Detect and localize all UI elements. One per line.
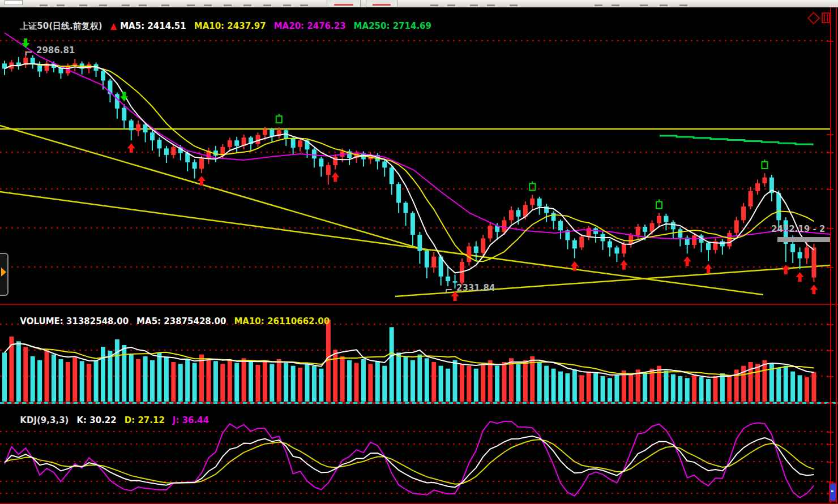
up-arrow-icon: ▲ (110, 21, 117, 31)
toolbar-item-cutoff[interactable] (79, 5, 87, 6)
main-chart-panel[interactable]: 上证50(日线.前复权)▲MA5: 2414.51MA10: 2437.97MA… (0, 7, 838, 304)
volume-ma5-label: MA5: 23875428.00 (136, 316, 226, 326)
kdj-panel-separator[interactable] (0, 402, 838, 404)
toolbar-white-box[interactable] (5, 0, 23, 5)
axis-tick (827, 41, 833, 42)
ma250-label: MA250: 2714.69 (354, 21, 431, 31)
toolbar-item-cutoff[interactable] (447, 5, 455, 6)
trendline-price-label: 2472.19 - 2 (771, 224, 825, 234)
stock-app-window: 上证50(日线.前复权)▲MA5: 2414.51MA10: 2437.97MA… (0, 0, 838, 504)
toolbar-item-cutoff[interactable] (679, 5, 687, 6)
axis-tick (827, 324, 833, 325)
toolbar-item-cutoff[interactable] (430, 5, 438, 6)
peak-price-label: 2986.81 (36, 45, 75, 55)
ma5-label: MA5: 2414.51 (120, 21, 186, 31)
candlestick-canvas[interactable] (0, 7, 838, 304)
axis-tick (827, 228, 833, 229)
axis-tick (827, 189, 833, 190)
main-chart-header: 上证50(日线.前复权)▲MA5: 2414.51MA10: 2437.97MA… (2, 11, 439, 42)
axis-tick (827, 462, 833, 463)
volume-panel-separator[interactable] (0, 304, 838, 305)
axis-tick (827, 134, 833, 135)
toolbar-item-cutoff[interactable] (470, 5, 478, 6)
kdj-j-label: J: 36.44 (173, 415, 209, 425)
volume-panel[interactable]: VOLUME: 31382548.00MA5: 23875428.00MA10:… (0, 305, 838, 402)
right-border-line (836, 7, 837, 503)
toolbar-item-cutoff[interactable] (660, 5, 668, 6)
axis-tick (827, 350, 833, 351)
kdj-header: KDJ(9,3,3)K: 30.22D: 27.12J: 36.44 (2, 405, 217, 436)
corner-widget[interactable] (829, 483, 837, 502)
top-toolbar[interactable] (0, 0, 838, 8)
kdj-panel[interactable]: KDJ(9,3,3)K: 30.22D: 27.12J: 36.44 (0, 404, 838, 503)
symbol-title: 上证50(日线.前复权) (20, 21, 102, 31)
toolbar-item-cutoff[interactable] (243, 5, 251, 6)
toolbar-item-cutoff[interactable] (139, 5, 147, 6)
toolbar-button[interactable] (366, 0, 397, 7)
toolbar-button[interactable] (327, 0, 361, 7)
toolbar-item-cutoff[interactable] (283, 5, 291, 6)
toolbar-item-cutoff[interactable] (187, 5, 195, 6)
axis-tick (827, 403, 833, 404)
toolbar-item-cutoff[interactable] (640, 5, 648, 6)
volume-header: VOLUME: 31382548.00MA5: 23875428.00MA10:… (2, 306, 337, 337)
chart-corner-tools (809, 12, 830, 23)
toolbar-item-cutoff[interactable] (300, 5, 308, 6)
axis-tick (827, 304, 833, 305)
toolbar-item-cutoff[interactable] (99, 5, 107, 6)
window-icon[interactable] (822, 12, 830, 23)
toolbar-item-cutoff[interactable] (122, 5, 130, 6)
toolbar-item-cutoff[interactable] (612, 5, 619, 6)
toolbar-item-cutoff[interactable] (263, 5, 271, 6)
toolbar-item-cutoff[interactable] (510, 5, 518, 6)
toolbar-item-cutoff[interactable] (595, 5, 602, 6)
flyout-arrow-icon (1, 268, 6, 277)
kdj-k-label: K: 30.22 (76, 415, 116, 425)
toolbar-item-cutoff[interactable] (204, 5, 212, 6)
ma20-label: MA20: 2476.23 (274, 21, 346, 31)
ma10-label: MA10: 2437.97 (194, 21, 266, 31)
low-price-label: 2331.84 (456, 283, 495, 293)
right-axis-line (830, 7, 831, 503)
axis-tick (827, 376, 833, 377)
axis-tick (827, 432, 833, 433)
kdj-title-label: KDJ(9,3,3) (20, 415, 69, 425)
diamond-icon[interactable] (807, 11, 820, 24)
axis-tick (827, 444, 833, 445)
axis-tick (827, 267, 833, 268)
volume-ma10-label: MA10: 26110662.00 (234, 316, 330, 326)
toolbar-item-cutoff[interactable] (224, 5, 232, 6)
axis-tick (827, 152, 833, 153)
kdj-d-label: D: 27.12 (125, 415, 165, 425)
sidebar-flyout-handle[interactable] (0, 253, 8, 296)
toolbar-item-cutoff[interactable] (487, 5, 495, 6)
toolbar-item-cutoff[interactable] (161, 5, 169, 6)
volume-value-label: VOLUME: 31382548.00 (20, 316, 129, 326)
toolbar-item-cutoff[interactable] (57, 5, 65, 6)
toolbar-item-cutoff[interactable] (40, 5, 48, 6)
